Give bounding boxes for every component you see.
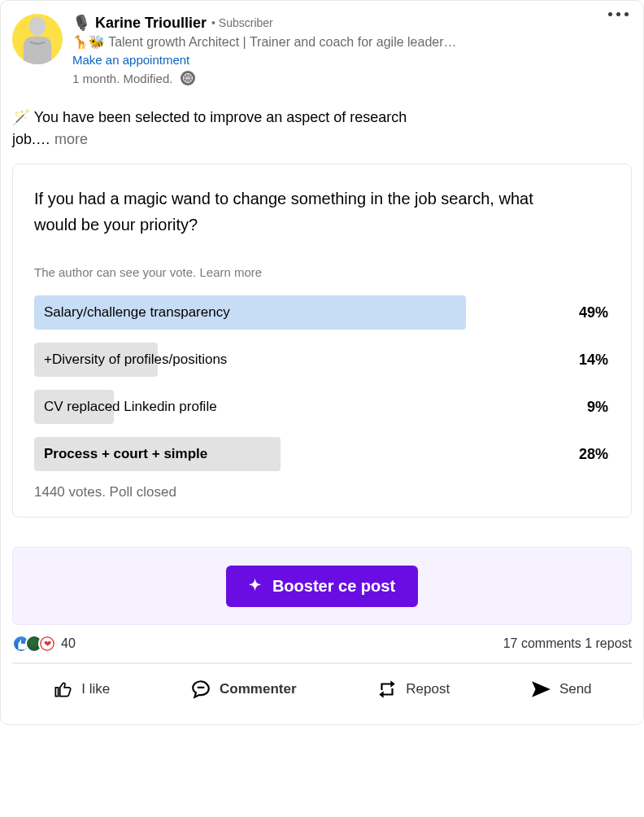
- poll-visibility-note[interactable]: The author can see your vote. Learn more: [34, 265, 610, 279]
- poll-option-label: +Diversity of profiles/positions: [34, 352, 227, 368]
- booster-panel: ✦ Booster ce post: [12, 547, 632, 625]
- poll-options: Salary/challenge transparency 49% +Diver…: [34, 295, 610, 471]
- author-name[interactable]: Karine Trioullier: [95, 15, 207, 32]
- comment-icon: [190, 679, 211, 700]
- poll-option-label: Salary/challenge transparency: [34, 304, 230, 321]
- subscriber-label: • Subscriber: [211, 16, 273, 29]
- sparkle-icon: ✦: [249, 576, 261, 594]
- heart-icon: ❤: [38, 635, 56, 653]
- poll-option[interactable]: Process + court + simple 28%: [34, 437, 610, 471]
- more-menu-button[interactable]: [608, 12, 629, 16]
- poll-footer: 1440 votes. Poll closed: [34, 484, 610, 500]
- poll-question: If you had a magic wand to change someth…: [34, 186, 610, 238]
- comments-reposts-count[interactable]: 17 comments 1 repost: [503, 636, 632, 651]
- repost-icon: [376, 679, 398, 700]
- post-header: 🎙️ Karine Trioullier • Subscriber 🦒🐝 Tal…: [12, 14, 632, 85]
- more-link[interactable]: more: [50, 131, 88, 147]
- repost-button[interactable]: Repost: [368, 674, 458, 705]
- engagement-row: ❤ 40 17 comments 1 repost: [12, 635, 632, 653]
- repost-label: Repost: [406, 681, 450, 697]
- make-appointment-link[interactable]: Make an appointment: [72, 53, 632, 67]
- avatar-person-icon: [19, 14, 56, 64]
- boost-post-label: Booster ce post: [272, 577, 395, 596]
- post-body: 🪄 You have been selected to improve an a…: [12, 107, 632, 151]
- reaction-pile[interactable]: ❤ 40: [12, 635, 76, 653]
- poll-option-percent: 28%: [579, 446, 610, 463]
- poll-option-percent: 14%: [579, 352, 610, 369]
- wand-icon: 🪄: [12, 109, 30, 125]
- avatar[interactable]: [12, 14, 63, 64]
- reaction-count: 40: [61, 636, 76, 651]
- post-text-line1: You have been selected to improve an asp…: [30, 109, 407, 125]
- author-tagline: 🦒🐝 Talent growth Architect | Trainer and…: [72, 34, 632, 50]
- poll-option[interactable]: CV replaced Linkedin profile 9%: [34, 390, 610, 424]
- post-card: 🎙️ Karine Trioullier • Subscriber 🦒🐝 Tal…: [0, 0, 644, 725]
- visibility-public-icon: [181, 71, 195, 85]
- mic-icon: 🎙️: [72, 14, 90, 32]
- poll-option[interactable]: Salary/challenge transparency 49%: [34, 295, 610, 330]
- boost-post-button[interactable]: ✦ Booster ce post: [226, 566, 418, 607]
- poll-option-label: CV replaced Linkedin profile: [34, 399, 217, 415]
- comment-button[interactable]: Commenter: [182, 674, 304, 705]
- poll-option-label: Process + court + simple: [34, 446, 207, 462]
- thumbs-up-icon: [52, 679, 73, 700]
- like-button[interactable]: I like: [44, 674, 118, 705]
- send-icon: [530, 679, 551, 700]
- poll-option[interactable]: +Diversity of profiles/positions 14%: [34, 343, 610, 377]
- poll-option-percent: 9%: [587, 399, 610, 416]
- action-bar: I like Commenter Repost Send: [12, 662, 632, 705]
- comment-label: Commenter: [220, 681, 296, 697]
- like-label: I like: [81, 681, 110, 697]
- post-text-line2: job.…: [12, 131, 50, 147]
- poll-option-percent: 49%: [579, 304, 610, 321]
- send-button[interactable]: Send: [522, 674, 600, 705]
- poll-card: If you had a magic wand to change someth…: [12, 164, 632, 518]
- svg-point-0: [29, 16, 46, 35]
- post-meta: 1 month. Modified.: [72, 71, 632, 85]
- send-label: Send: [559, 681, 592, 697]
- posted-time: 1 month. Modified.: [72, 72, 172, 85]
- post-header-info: 🎙️ Karine Trioullier • Subscriber 🦒🐝 Tal…: [72, 14, 632, 85]
